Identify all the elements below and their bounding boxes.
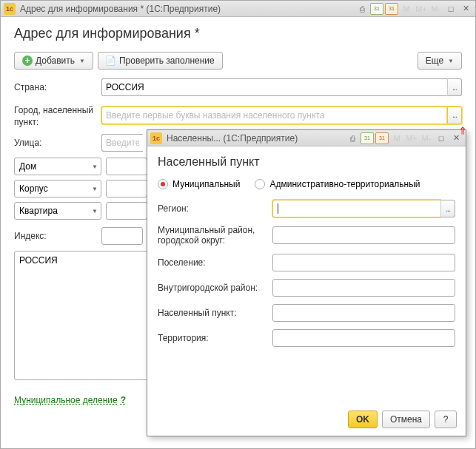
country-label: Страна: [14,82,101,92]
region-label: Регион: [158,203,272,214]
print-icon[interactable]: ⎙ [346,132,359,144]
help-button-label: ? [443,414,449,425]
add-button[interactable]: + Добавить ▼ [14,52,93,70]
window-title: Адрес для информирования * (1С:Предприят… [20,4,355,14]
m-icon: M [400,3,413,15]
country-input[interactable] [101,78,447,96]
city-lookup-button[interactable]: ... [447,107,462,124]
more-button[interactable]: Еще ▼ [418,52,462,70]
inner-district-input[interactable] [272,279,455,297]
m-icon: M [390,132,403,144]
country-lookup-button[interactable]: ... [447,78,462,96]
locality-input[interactable] [272,304,455,322]
flat-input[interactable] [106,202,147,220]
close-icon[interactable]: ✕ [459,3,472,15]
territory-input[interactable] [272,329,455,347]
radio-municipal-label: Муниципальный [172,179,240,189]
popup-title: Населенный пункт [158,155,455,169]
maximize-icon[interactable]: □ [444,3,457,15]
house-type-label: Дом [19,161,92,172]
city-input[interactable] [101,107,447,124]
radio-unchecked-icon [255,179,265,189]
popup-titlebar: 1c Населенны... (1С:Предприятие) ⎙ 31 31… [147,130,466,146]
m-minus-icon: M- [429,3,443,15]
check-fill-button[interactable]: 📄 Проверить заполнение [98,52,223,70]
radio-checked-icon [158,179,168,189]
district-input[interactable] [272,226,455,244]
calendar2-icon[interactable]: 31 [375,132,389,144]
chevron-down-icon: ▼ [92,163,98,170]
main-titlebar: 1c Адрес для информирования * (1С:Предпр… [1,1,475,17]
page-title: Адрес для информирования * [14,26,462,41]
chevron-down-icon: ▼ [79,58,85,64]
building-type-label: Корпус [19,183,92,194]
logo-1c-icon: 1c [150,132,162,144]
flat-type-select[interactable]: Квартира ▼ [14,202,101,220]
chevron-down-icon: ▼ [92,208,98,215]
more-button-label: Еще [426,55,443,66]
index-label: Индекс: [14,231,101,241]
help-button[interactable]: ? [435,411,457,428]
district-label: Муниципальный район, городской округ: [158,225,272,246]
territory-label: Территория: [158,333,272,343]
maximize-icon[interactable]: □ [435,132,448,144]
radio-admin[interactable]: Административно-территориальный [255,179,420,189]
calendar2-icon[interactable]: 31 [385,3,398,15]
locality-label: Населенный пункт: [158,308,272,318]
m-minus-icon: M- [420,132,433,144]
region-input[interactable] [272,200,440,217]
building-input[interactable] [106,180,147,198]
building-type-select[interactable]: Корпус ▼ [14,180,101,198]
plus-icon: + [22,55,33,66]
logo-1c-icon: 1c [4,3,16,15]
print-icon[interactable]: ⎙ [355,3,369,15]
settlement-label: Поселение: [158,257,272,268]
check-button-label: Проверить заполнение [119,55,215,66]
house-input[interactable] [106,158,147,175]
radio-municipal[interactable]: Муниципальный [158,179,240,189]
m-plus-icon: M+ [405,132,418,144]
m-plus-icon: M+ [415,3,428,15]
radio-admin-label: Административно-территориальный [269,179,420,189]
ok-button[interactable]: OK [348,411,378,428]
locality-popup: ⇗ 1c Населенны... (1С:Предприятие) ⎙ 31 … [147,129,466,436]
city-label: Город, населенный пункт: [14,102,101,128]
chevron-down-icon: ▼ [448,58,454,64]
street-label: Улица: [14,138,101,148]
cancel-button[interactable]: Отмена [382,411,430,428]
calendar-icon[interactable]: 31 [361,132,374,144]
add-button-label: Добавить [36,55,75,66]
region-lookup-button[interactable]: ... [440,200,455,217]
help-icon: ? [121,395,126,405]
municipal-link-label: Муниципальное деление [14,395,118,405]
chevron-down-icon: ▼ [92,186,98,192]
inner-district-label: Внутригородской район: [158,283,272,293]
municipal-division-link[interactable]: Муниципальное деление ? [14,395,126,405]
ok-button-label: OK [356,414,369,425]
street-input[interactable] [101,134,143,152]
settlement-input[interactable] [272,254,455,271]
document-check-icon: 📄 [106,55,116,66]
index-input[interactable] [101,227,143,245]
popup-window-title: Населенны... (1С:Предприятие) [167,133,346,144]
cancel-button-label: Отмена [390,414,422,425]
calendar-icon[interactable]: 31 [370,3,383,15]
house-type-select[interactable]: Дом ▼ [14,158,101,175]
flat-type-label: Квартира [19,206,92,216]
